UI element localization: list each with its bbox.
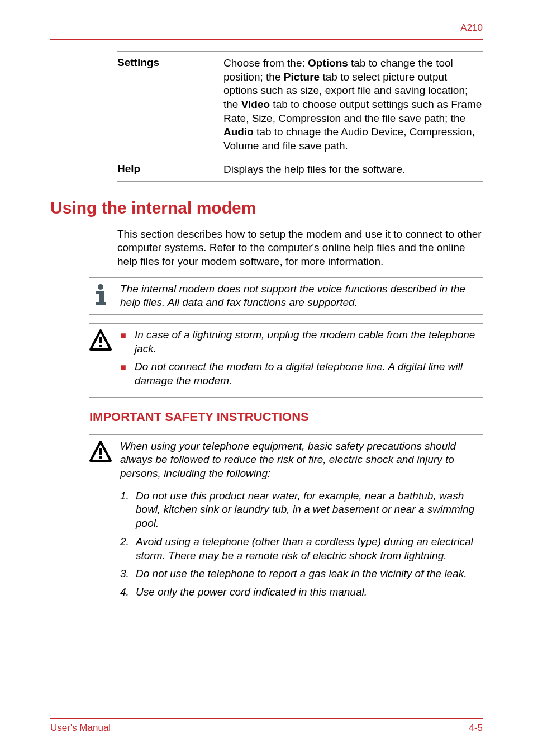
settings-bold-audio: Audio	[223, 126, 254, 138]
intro-block: This section describes how to setup the …	[117, 228, 483, 269]
svg-rect-3	[96, 302, 106, 305]
warning-icon	[89, 440, 120, 604]
page-footer: User's Manual 4-5	[50, 718, 483, 734]
warning-callout-2: When using your telephone equipment, bas…	[89, 434, 483, 608]
warn1-item1-text: In case of a lightning storm, unplug the…	[135, 328, 483, 356]
svg-rect-7	[99, 456, 102, 459]
definition-table: Settings Choose from the: Options tab to…	[117, 51, 483, 182]
safety-text-1: Do not use this product near water, for …	[136, 489, 483, 531]
intro-paragraph: This section describes how to setup the …	[117, 228, 483, 269]
settings-table-wrap: Settings Choose from the: Options tab to…	[117, 51, 483, 182]
def-row-settings: Settings Choose from the: Options tab to…	[117, 52, 483, 158]
svg-rect-6	[99, 448, 102, 455]
safety-num-4: 4.	[120, 585, 136, 599]
safety-item-1: 1. Do not use this product near water, f…	[120, 489, 483, 531]
settings-text-5: tab to chnage the Audio Device, Compress…	[223, 126, 475, 152]
info-callout: The internal modem does not support the …	[89, 277, 483, 315]
svg-rect-2	[99, 291, 104, 303]
callout-region: The internal modem does not support the …	[89, 277, 483, 398]
safety-num-1: 1.	[120, 489, 136, 531]
svg-point-0	[98, 284, 103, 290]
settings-bold-options: Options	[308, 57, 348, 69]
def-desc-help: Displays the help files for the software…	[223, 163, 483, 177]
def-term-settings: Settings	[117, 56, 223, 153]
safety-item-3: 3. Do not use the telephone to report a …	[120, 567, 483, 581]
settings-bold-video: Video	[241, 98, 270, 110]
bullet-icon: ■	[120, 328, 135, 356]
warning-icon	[89, 328, 120, 393]
svg-rect-4	[99, 337, 102, 343]
safety-num-2: 2.	[120, 535, 136, 563]
footer-right: 4-5	[469, 722, 483, 734]
safety-title: IMPORTANT SAFETY INSTRUCTIONS	[89, 410, 483, 424]
footer-left: User's Manual	[50, 722, 111, 734]
safety-text-4: Use only the power cord indicated in thi…	[136, 585, 483, 599]
safety-text-2: Avoid using a telephone (other than a co…	[136, 535, 483, 563]
warning-1-body: ■ In case of a lightning storm, unplug t…	[120, 328, 483, 393]
info-text: The internal modem does not support the …	[120, 282, 483, 310]
footer-row: User's Manual 4-5	[50, 722, 483, 734]
warn1-item2: ■ Do not connect the modem to a digital …	[120, 360, 483, 388]
bullet-icon: ■	[120, 360, 135, 388]
warn1-item2-text: Do not connect the modem to a digital te…	[135, 360, 483, 388]
header-rule	[50, 39, 483, 40]
safety-intro: When using your telephone equipment, bas…	[120, 440, 483, 481]
safety-text-3: Do not use the telephone to report a gas…	[136, 567, 483, 581]
safety-item-4: 4. Use only the power cord indicated in …	[120, 585, 483, 599]
settings-text-1: Choose from the:	[223, 57, 308, 69]
def-desc-settings: Choose from the: Options tab to change t…	[223, 56, 483, 153]
warning-callout-1: ■ In case of a lightning storm, unplug t…	[89, 323, 483, 398]
footer-rule	[50, 718, 483, 719]
safety-num-3: 3.	[120, 567, 136, 581]
section-title-modem: Using the internal modem	[50, 199, 483, 218]
safety-heading-wrap: IMPORTANT SAFETY INSTRUCTIONS	[89, 410, 483, 424]
safety-body: When using your telephone equipment, bas…	[120, 440, 483, 604]
safety-item-2: 2. Avoid using a telephone (other than a…	[120, 535, 483, 563]
callout-region-2: When using your telephone equipment, bas…	[89, 434, 483, 608]
svg-rect-5	[99, 345, 102, 347]
info-icon	[89, 282, 120, 310]
settings-bold-picture: Picture	[284, 71, 320, 83]
header-model: A210	[50, 22, 483, 34]
warn1-item1: ■ In case of a lightning storm, unplug t…	[120, 328, 483, 356]
def-row-help: Help Displays the help files for the sof…	[117, 158, 483, 181]
def-term-help: Help	[117, 163, 223, 177]
